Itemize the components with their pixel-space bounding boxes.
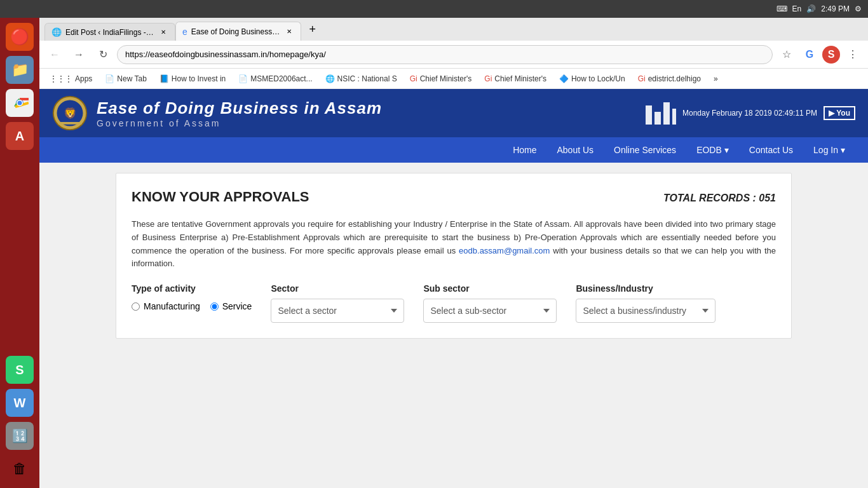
manufacturing-label: Manufacturing [144,301,200,311]
site-header-icons: Monday February 18 2019 02:49:11 PM ▶ Yo… [644,99,855,127]
svg-text:🦁: 🦁 [64,107,77,120]
bookmark-msmed[interactable]: 📄 MSMED2006act... [233,73,317,85]
edistrict-icon: Gi [638,74,646,83]
site-title: Ease of Doing Business in Assam [97,98,382,118]
subsector-form-group: Sub sector Select a sub-sector [423,283,557,323]
page-title: KNOW YOUR APPROVALS [132,189,309,205]
forward-button[interactable]: → [69,44,89,65]
bookmark-apps[interactable]: ⋮⋮⋮ Apps [44,73,97,85]
bookmark-how-to-invest-label: How to Invest in [172,74,226,83]
activity-form-group: Type of activity Manufacturing Service [132,283,252,311]
how-to-invest-icon: 📘 [159,74,169,83]
more-bookmarks-button[interactable]: » [709,73,723,85]
msmed-icon: 📄 [238,74,248,83]
sidebar: 🔴 📁 A S W 🔢 🗑 [0,18,39,488]
bookmark-cm1-label: Chief Minister's [420,74,472,83]
bookmark-edistrict[interactable]: Gi edistrict.delhigo [633,73,706,85]
login-dropdown-arrow: ▾ [841,145,845,155]
svg-point-3 [18,101,22,105]
profile-button[interactable]: S [822,46,840,64]
reload-button[interactable]: ↻ [93,44,113,65]
bookmark-lock[interactable]: 🔷 How to Lock/Un [554,73,630,85]
email-link[interactable]: eodb.assam@gmail.com [459,246,550,255]
files-icon[interactable]: 📁 [6,56,34,84]
word-processor-icon[interactable]: W [6,389,34,417]
bookmark-lock-label: How to Lock/Un [571,74,625,83]
nav-eodb[interactable]: EODB ▾ [686,137,739,163]
nav-online-services[interactable]: Online Services [604,137,686,163]
bookmark-newtab[interactable]: 📄 New Tab [100,73,151,85]
os-topbar: ⌨ En 🔊 2:49 PM ⚙ [0,0,868,18]
tab-bar: 🌐 Edit Post ‹ IndiaFilings - L... ✕ e Ea… [39,18,868,41]
os-topbar-right: ⌨ En 🔊 2:49 PM ⚙ [776,4,862,13]
tab1-close-button[interactable]: ✕ [158,27,168,37]
service-radio[interactable] [210,302,219,311]
browser-toolbar: ← → ↻ ☆ G S ⋮ [39,41,868,69]
clock: 2:49 PM [821,4,850,13]
back-button[interactable]: ← [44,44,65,65]
tab-1[interactable]: 🌐 Edit Post ‹ IndiaFilings - L... ✕ [44,23,175,41]
bookmarks-bar: ⋮⋮⋮ Apps 📄 New Tab 📘 How to Invest in 📄 … [39,69,868,89]
address-bar[interactable] [117,45,773,64]
text-editor-icon[interactable]: A [6,122,34,150]
youtube-icon[interactable]: ▶ You [824,106,855,120]
sector-select[interactable]: Select a sector Agriculture Manufacturin… [271,299,404,323]
bookmark-cm2[interactable]: Gi Chief Minister's [479,73,552,85]
business-select[interactable]: Select a business/industry [576,299,715,323]
spreadsheet-icon[interactable]: S [6,356,34,384]
calculator-icon[interactable]: 🔢 [6,422,34,450]
manufacturing-radio-item[interactable]: Manufacturing [132,301,200,311]
activity-label: Type of activity [132,283,252,294]
government-emblem: 🦁 [52,95,88,131]
bookmark-how-to-invest[interactable]: 📘 How to Invest in [154,73,231,85]
keyboard-icon: ⌨ [776,4,787,13]
menu-button[interactable]: ⋮ [843,44,863,65]
tab1-label: Edit Post ‹ IndiaFilings - L... [65,28,154,37]
newtab-icon: 📄 [105,74,114,83]
volume-icon: 🔊 [806,4,816,13]
business-form-group: Business/Industry Select a business/indu… [576,283,715,323]
svg-rect-7 [58,122,81,125]
site-subtitle: Government of Assam [97,118,382,128]
sector-form-group: Sector Select a sector Agriculture Manuf… [271,283,404,323]
page-content: 🦁 Ease of Doing Business in Assam Govern… [39,89,868,488]
bookmark-cm1[interactable]: Gi Chief Minister's [405,73,477,85]
bookmark-star-button[interactable]: ☆ [776,44,797,65]
service-radio-item[interactable]: Service [210,301,252,311]
google-account-button[interactable]: G [799,44,820,65]
radio-group: Manufacturing Service [132,301,252,311]
nav-contact[interactable]: Contact Us [739,137,803,163]
title-row: KNOW YOUR APPROVALS TOTAL RECORDS : 051 [132,189,776,208]
description-text: These are tentative Government approvals… [132,218,776,271]
service-label: Service [222,301,252,311]
site-datetime: Monday February 18 2019 02:49:11 PM [682,109,817,118]
svg-rect-8 [646,105,652,125]
apps-grid-icon: ⋮⋮⋮ [50,74,72,83]
subsector-select[interactable]: Select a sub-sector [423,299,557,323]
bookmark-nsic-label: NSIC : National S [337,74,397,83]
lock-icon: 🔷 [559,74,569,83]
bookmark-nsic[interactable]: 🌐 NSIC : National S [320,73,402,85]
stats-chart-icon[interactable] [644,99,676,127]
lang-indicator: En [792,4,802,13]
site-nav: Home About Us Online Services EODB ▾ Con… [39,137,868,163]
tab2-label: Ease of Doing Business in... [191,27,280,36]
svg-rect-11 [672,109,676,125]
chrome-icon[interactable] [6,89,34,117]
sector-label: Sector [271,283,404,294]
tab-2[interactable]: e Ease of Doing Business in... ✕ [175,22,301,41]
new-tab-button[interactable]: + [304,20,322,38]
business-label: Business/Industry [576,283,715,294]
nav-home[interactable]: Home [503,137,546,163]
nav-about[interactable]: About Us [546,137,604,163]
main-content: KNOW YOUR APPROVALS TOTAL RECORDS : 051 … [116,173,792,339]
toolbar-icons: ☆ G S ⋮ [776,44,863,65]
trash-icon[interactable]: 🗑 [6,455,34,483]
form-row: Type of activity Manufacturing Service [132,283,776,323]
nav-login[interactable]: Log In ▾ [803,137,855,163]
ubuntu-icon[interactable]: 🔴 [6,23,34,51]
manufacturing-radio[interactable] [132,302,140,311]
power-icon: ⚙ [855,4,862,13]
tab2-close-button[interactable]: ✕ [284,27,294,37]
cm1-icon: Gi [410,74,417,83]
